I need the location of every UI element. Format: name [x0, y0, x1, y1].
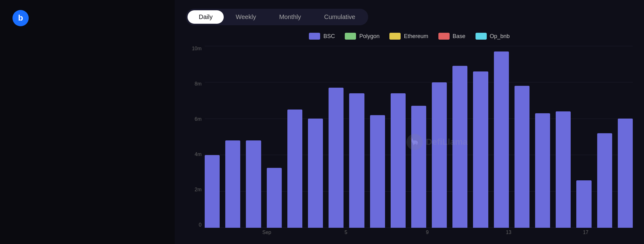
bar-13 — [473, 71, 488, 228]
y-label-10m: 10m — [192, 46, 202, 51]
legend-bsc: BSC — [309, 33, 335, 40]
x-labels: Sep591317 — [205, 230, 633, 238]
bar-col-19 — [597, 46, 612, 228]
legend-label-bsc: BSC — [323, 33, 335, 40]
bar-20 — [618, 119, 633, 228]
bar-1 — [225, 140, 240, 228]
bar-0 — [205, 155, 220, 228]
chart-inner: 🦙 DefiLlama Sep591317 — [205, 46, 633, 238]
bar-col-10 — [411, 46, 426, 228]
chart-area: 10m 8m 6m 4m 2m 0 🦙 DefiL — [186, 46, 633, 238]
tab-daily[interactable]: Daily — [188, 10, 224, 24]
legend-swatch-ethereum — [389, 33, 401, 40]
legend-swatch-op-bnb — [476, 33, 487, 40]
bar-12 — [452, 66, 467, 228]
y-label-8m: 8m — [195, 81, 202, 87]
tabs-container: Daily Weekly Monthly Cumulative — [186, 9, 368, 25]
legend-swatch-bsc — [309, 33, 320, 40]
bar-3 — [267, 168, 282, 228]
logo-icon: b — [12, 10, 29, 26]
bar-col-12 — [452, 46, 467, 228]
alltime-volume-block — [12, 62, 162, 65]
bar-col-15 — [515, 46, 529, 228]
y-label-2m: 2m — [195, 187, 202, 193]
y-label-4m: 4m — [195, 152, 202, 157]
x-label-13: 13 — [506, 230, 511, 235]
tab-cumulative[interactable]: Cumulative — [313, 10, 367, 24]
x-label-Sep: Sep — [262, 230, 271, 235]
legend-label-op-bnb: Op_bnb — [490, 33, 510, 40]
bar-col-0 — [205, 46, 220, 228]
bar-col-7 — [349, 46, 364, 228]
volume-24h-block — [12, 45, 162, 47]
bar-2 — [246, 140, 261, 228]
legend-swatch-base — [438, 33, 450, 40]
legend-op-bnb: Op_bnb — [476, 33, 510, 40]
x-label-9: 9 — [426, 230, 429, 235]
bar-col-11 — [432, 46, 447, 228]
bar-col-1 — [225, 46, 240, 228]
y-axis: 10m 8m 6m 4m 2m 0 — [186, 46, 205, 238]
legend-polygon: Polygon — [345, 33, 379, 40]
bar-15 — [515, 86, 529, 228]
right-panel: Daily Weekly Monthly Cumulative BSC Poly… — [175, 0, 644, 244]
bar-17 — [556, 111, 571, 228]
bar-19 — [597, 133, 612, 228]
bar-9 — [391, 93, 406, 228]
bar-col-6 — [329, 46, 344, 228]
bar-col-3 — [267, 46, 282, 228]
tabs-row: Daily Weekly Monthly Cumulative — [186, 9, 633, 25]
bar-6 — [329, 88, 344, 228]
bar-col-17 — [556, 46, 571, 228]
logo-row: b — [12, 10, 162, 26]
left-panel: b — [0, 0, 175, 244]
bar-col-14 — [494, 46, 509, 228]
bar-14 — [494, 51, 509, 228]
legend-ethereum: Ethereum — [389, 33, 428, 40]
legend-base: Base — [438, 33, 466, 40]
bar-col-8 — [370, 46, 385, 228]
y-label-0: 0 — [199, 222, 202, 228]
x-axis: Sep591317 — [205, 228, 633, 238]
bar-18 — [576, 180, 591, 228]
bar-10 — [411, 106, 426, 228]
bar-5 — [308, 119, 323, 228]
bar-col-5 — [308, 46, 323, 228]
bar-11 — [432, 82, 447, 228]
bar-col-2 — [246, 46, 261, 228]
x-label-5: 5 — [344, 230, 347, 235]
bars-container — [205, 46, 633, 228]
legend-row: BSC Polygon Ethereum Base Op_bnb — [186, 33, 633, 40]
tab-monthly[interactable]: Monthly — [268, 10, 312, 24]
legend-label-ethereum: Ethereum — [404, 33, 428, 40]
bar-4 — [287, 110, 302, 228]
bar-col-9 — [391, 46, 406, 228]
svg-text:b: b — [18, 13, 23, 22]
legend-swatch-polygon — [345, 33, 356, 40]
tab-weekly[interactable]: Weekly — [224, 10, 267, 24]
x-label-17: 17 — [583, 230, 588, 235]
bar-7 — [349, 93, 364, 228]
legend-label-polygon: Polygon — [359, 33, 379, 40]
bar-col-20 — [618, 46, 633, 228]
bar-col-4 — [287, 46, 302, 228]
bar-16 — [535, 113, 550, 228]
bar-col-16 — [535, 46, 550, 228]
legend-label-base: Base — [453, 33, 466, 40]
bar-8 — [370, 115, 385, 228]
bar-col-18 — [576, 46, 591, 228]
y-label-6m: 6m — [195, 116, 202, 122]
bar-col-13 — [473, 46, 488, 228]
